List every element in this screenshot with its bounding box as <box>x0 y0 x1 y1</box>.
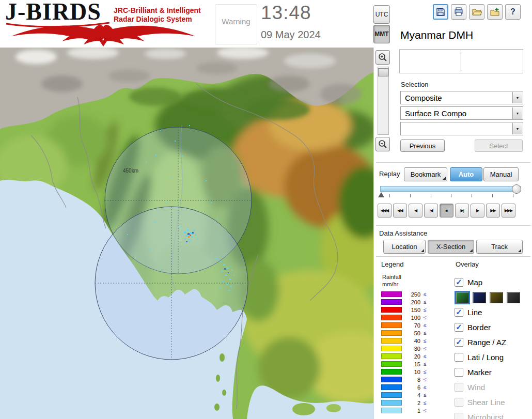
play-backward-button[interactable]: ◀ <box>409 204 423 218</box>
app-logo: J-BIRDS JRC-Brilliant & Intelligent Rada… <box>2 1 214 46</box>
product-dropdown-value: Surface R Compo <box>405 109 466 118</box>
step-forward-button[interactable]: ▶| <box>455 204 469 218</box>
current-time: 13:48 <box>261 1 321 25</box>
legend-row: 200 ≤ <box>381 298 427 306</box>
legend-value: 40 <box>404 338 420 344</box>
auto-button[interactable]: Auto <box>450 167 482 181</box>
open-folder-button[interactable] <box>469 4 484 20</box>
stop-button[interactable]: ■ <box>440 204 453 218</box>
map-area[interactable]: 450km <box>0 48 373 419</box>
checkbox[interactable]: ✓ <box>455 323 463 332</box>
checkbox[interactable] <box>455 368 463 377</box>
eagle-logo-icon <box>2 21 209 46</box>
map-color-swatch[interactable] <box>456 292 469 303</box>
legend-suffix: ≤ <box>424 377 427 382</box>
overlay-item-label: Shear Line <box>467 398 505 407</box>
save-button[interactable] <box>433 4 448 20</box>
replay-timeline[interactable] <box>380 186 521 192</box>
zoom-out-button[interactable] <box>375 137 390 151</box>
legend-suffix: ≤ <box>424 400 427 406</box>
legend-value: 4 <box>404 392 420 398</box>
zoom-slider-handle[interactable] <box>378 68 388 76</box>
overlay-item-shear-line[interactable]: Shear Line <box>455 395 532 410</box>
step-back-button[interactable]: |◀ <box>424 204 438 218</box>
status-box <box>399 49 523 73</box>
overlay-item-marker[interactable]: Marker <box>455 365 532 380</box>
overlay-item-line[interactable]: ✓ Line <box>455 305 532 320</box>
timeline-handle[interactable] <box>512 184 521 194</box>
track-button[interactable]: Track <box>476 240 523 254</box>
legend-swatch <box>381 384 402 390</box>
control-panel: Selection Composite ▼ Surface R Compo ▼ … <box>373 48 532 419</box>
overlay-items: ✓ Map ✓ Line ✓ Border ✓ Range / AZ Lati … <box>455 275 532 419</box>
legend-swatch <box>381 291 402 297</box>
utc-button[interactable]: UTC <box>373 5 390 24</box>
organization-name: Myanmar DMH <box>400 29 473 41</box>
option-dropdown[interactable]: ▼ <box>400 122 523 135</box>
mmt-button[interactable]: MMT <box>373 25 390 43</box>
selection-label: Selection <box>401 81 428 88</box>
chevron-down-icon[interactable]: ▼ <box>512 107 522 119</box>
legend-swatch <box>381 377 402 382</box>
legend-value: 50 <box>404 330 420 336</box>
zoom-slider[interactable] <box>378 67 389 135</box>
legend-label: Legend <box>381 260 403 268</box>
export-button[interactable] <box>487 4 503 20</box>
map-color-swatch[interactable] <box>507 292 520 303</box>
checkbox[interactable]: ✓ <box>455 308 463 317</box>
overlay-label: Overlay <box>456 260 479 268</box>
overlay-item-microburst[interactable]: Microburst <box>455 410 532 419</box>
timeline-ticks <box>389 194 513 197</box>
previous-button[interactable]: Previous <box>400 139 445 152</box>
legend-suffix: ≤ <box>424 330 427 336</box>
legend-swatch <box>381 361 402 367</box>
checkbox[interactable] <box>455 413 463 419</box>
zoom-in-button[interactable] <box>375 50 390 65</box>
checkbox[interactable] <box>455 398 463 407</box>
save-icon <box>435 7 446 17</box>
overlay-item-lati-long[interactable]: Lati / Long <box>455 350 532 365</box>
chevron-down-icon[interactable]: ▼ <box>512 92 522 103</box>
checkbox[interactable] <box>455 383 463 392</box>
checkbox[interactable]: ✓ <box>455 278 463 287</box>
overlay-item-wind[interactable]: Wind <box>455 380 532 395</box>
overlay-item-label: Line <box>467 308 482 317</box>
print-icon <box>453 7 464 17</box>
map-color-swatch[interactable] <box>473 292 486 303</box>
legend-suffix: ≤ <box>424 384 427 390</box>
help-button[interactable]: ? <box>505 4 521 20</box>
manual-button[interactable]: Manual <box>483 167 519 181</box>
checkbox[interactable] <box>455 353 463 362</box>
select-button[interactable]: Select <box>475 139 523 152</box>
legend-swatch <box>381 307 402 313</box>
play-button[interactable]: ▶ <box>471 204 484 218</box>
product-dropdown[interactable]: Surface R Compo ▼ <box>400 106 523 120</box>
overlay-item-label: Marker <box>467 368 492 377</box>
legend-swatch <box>381 330 402 336</box>
fast-rewind-button[interactable]: ◀◀◀ <box>378 204 392 218</box>
legend-suffix: ≤ <box>424 315 427 320</box>
legend-row: 70 ≤ <box>381 321 427 329</box>
legend-suffix: ≤ <box>424 346 427 351</box>
overlay-item-border[interactable]: ✓ Border <box>455 320 532 335</box>
checkbox[interactable]: ✓ <box>455 338 463 347</box>
chevron-down-icon[interactable]: ▼ <box>512 123 522 134</box>
overlay-item-range-az[interactable]: ✓ Range / AZ <box>455 335 532 350</box>
x-section-button[interactable]: X-Section <box>428 240 474 254</box>
location-button[interactable]: Location <box>383 240 426 254</box>
legend-swatch <box>381 299 402 305</box>
radar-range-rings: 450km <box>95 127 252 360</box>
radar-map[interactable]: 450km <box>0 48 373 419</box>
bookmark-button[interactable]: Bookmark <box>404 167 447 181</box>
fast-forward-button[interactable]: ▶▶ <box>486 204 500 218</box>
legend-value: 100 <box>404 315 420 321</box>
skip-forward-button[interactable]: ▶▶▶ <box>502 204 515 218</box>
overlay-item-map[interactable]: ✓ Map <box>455 275 532 290</box>
rewind-button[interactable]: ◀◀ <box>393 204 407 218</box>
map-color-swatch[interactable] <box>490 292 503 303</box>
replay-label: Replay <box>379 170 400 178</box>
legend-value: 30 <box>404 346 420 352</box>
print-button[interactable] <box>451 4 466 20</box>
category-dropdown[interactable]: Composite ▼ <box>400 91 523 104</box>
folder-plus-icon <box>490 7 500 17</box>
